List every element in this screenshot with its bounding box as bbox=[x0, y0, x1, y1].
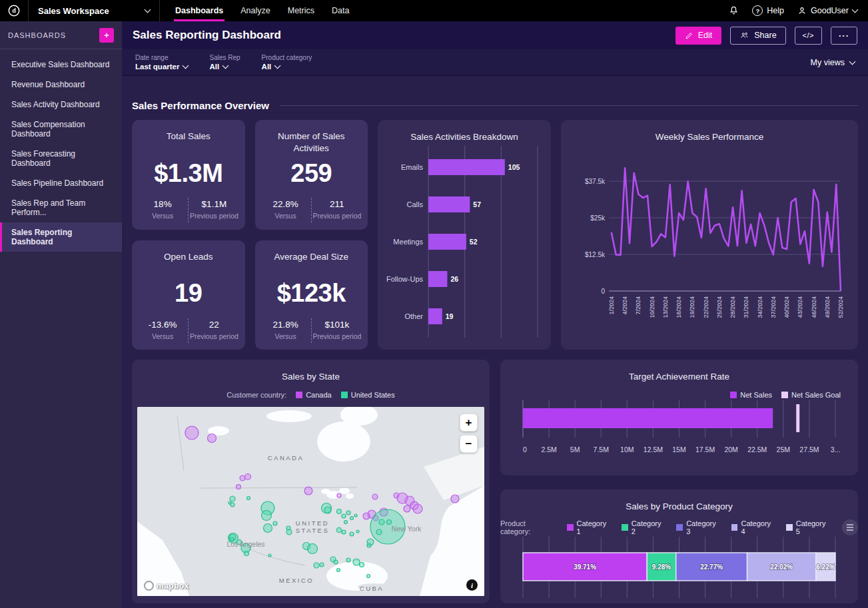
map-bubble-us[interactable] bbox=[273, 521, 277, 525]
top-nav-tab-analyze[interactable]: Analyze bbox=[232, 0, 278, 21]
sidebar-item[interactable]: Executive Sales Dashboard bbox=[0, 55, 122, 75]
map-bubble-ca[interactable] bbox=[337, 493, 341, 497]
map-bubble-us[interactable] bbox=[350, 517, 354, 520]
map-bubble-ca[interactable] bbox=[372, 494, 378, 499]
map-bubble-us[interactable] bbox=[337, 509, 342, 514]
map-bubble-ca[interactable] bbox=[404, 505, 410, 512]
map-bubble-us[interactable] bbox=[346, 558, 350, 562]
sidebar-item[interactable]: Sales Forecasting Dashboard bbox=[0, 144, 122, 173]
map-bubble-us[interactable] bbox=[264, 524, 272, 533]
workspace-selector[interactable]: Sales Workspace bbox=[29, 0, 160, 21]
map-bubble-us[interactable] bbox=[230, 496, 235, 501]
map-bubble-ca[interactable] bbox=[240, 475, 245, 481]
map-bubble-ca[interactable] bbox=[208, 434, 217, 443]
kpi-card[interactable]: Open Leads 19 -13.6% Versus 22 Previous … bbox=[132, 240, 245, 350]
bar[interactable] bbox=[428, 234, 466, 250]
notifications-button[interactable] bbox=[729, 5, 739, 16]
bar[interactable] bbox=[428, 196, 470, 212]
more-options-button[interactable]: ··· bbox=[831, 27, 857, 45]
bar[interactable] bbox=[428, 159, 505, 175]
my-views-selector[interactable]: My views bbox=[811, 58, 855, 67]
legend-item[interactable]: Category 4 bbox=[731, 519, 777, 535]
kpi-title: Open Leads bbox=[164, 251, 213, 274]
legend-item[interactable]: United States bbox=[341, 391, 395, 399]
help-menu[interactable]: ? Help bbox=[752, 5, 784, 16]
map-zoom-in-button[interactable]: + bbox=[460, 414, 478, 432]
map-bubble-us[interactable] bbox=[367, 575, 370, 578]
sidebar-item[interactable]: Sales Reporting Dashboard bbox=[0, 222, 122, 252]
sidebar-item[interactable]: Sales Pipeline Dashboard bbox=[0, 173, 122, 193]
map-bubble-us[interactable] bbox=[367, 543, 371, 547]
filter-date-range[interactable]: Date range Last quarter bbox=[135, 54, 188, 71]
user-menu[interactable]: GoodUser bbox=[797, 6, 857, 15]
map-bubble-us[interactable] bbox=[379, 519, 384, 525]
map-bubble-ca[interactable] bbox=[245, 474, 251, 480]
map-bubble-us[interactable] bbox=[346, 511, 350, 515]
map-bubble-us[interactable] bbox=[353, 559, 360, 565]
embed-code-button[interactable]: </> bbox=[795, 27, 822, 45]
sidebar-item[interactable]: Revenue Dashboard bbox=[0, 75, 122, 95]
map-bubble-us[interactable] bbox=[360, 563, 364, 567]
map-info-button[interactable]: i bbox=[466, 579, 478, 591]
map-bubble-us[interactable] bbox=[344, 521, 348, 524]
top-nav-tab-data[interactable]: Data bbox=[323, 0, 358, 21]
filter-product-category[interactable]: Product category All bbox=[262, 54, 312, 71]
legend-item[interactable]: Category 1 bbox=[567, 519, 612, 535]
legend-item[interactable]: Canada bbox=[296, 391, 332, 399]
legend-item[interactable]: Category 5 bbox=[786, 519, 831, 535]
map-bubble-us[interactable] bbox=[286, 526, 290, 530]
add-dashboard-button[interactable] bbox=[99, 28, 114, 43]
map-bubble-ca[interactable] bbox=[413, 504, 422, 513]
share-button[interactable]: Share bbox=[730, 27, 785, 45]
sidebar-item[interactable]: Sales Rep and Team Perform... bbox=[0, 193, 122, 222]
map-bubble-us[interactable] bbox=[334, 560, 338, 564]
map-bubble-us[interactable] bbox=[387, 520, 392, 525]
map-bubble-us[interactable] bbox=[336, 527, 341, 532]
map-bubble-us[interactable] bbox=[268, 554, 271, 557]
map-bubble-ca[interactable] bbox=[236, 485, 241, 489]
legend-item[interactable]: Net Sales bbox=[730, 391, 772, 399]
legend-item[interactable]: Category 2 bbox=[622, 519, 667, 535]
map-bubble-ca[interactable] bbox=[451, 495, 459, 503]
kpi-card[interactable]: Average Deal Size $123k 21.8% Versus $10… bbox=[255, 240, 368, 350]
bell-icon bbox=[729, 5, 739, 16]
sidebar-item[interactable]: Sales Compensation Dashboard bbox=[0, 115, 122, 144]
map-bubble-ca[interactable] bbox=[304, 487, 312, 495]
legend-menu-button[interactable] bbox=[842, 519, 858, 535]
map-bubble-us[interactable] bbox=[247, 497, 250, 500]
bar[interactable] bbox=[428, 271, 447, 287]
sales-line-series[interactable] bbox=[612, 168, 841, 290]
net-sales-bar[interactable] bbox=[523, 408, 773, 428]
edit-button[interactable]: Edit bbox=[675, 27, 722, 45]
kpi-card[interactable]: Number of Sales Activities 259 22.8% Ver… bbox=[255, 120, 368, 230]
map-bubble-us[interactable] bbox=[324, 507, 331, 513]
map-zoom-out-button[interactable]: − bbox=[460, 435, 478, 453]
map-bubble-us[interactable] bbox=[350, 532, 354, 536]
legend-item[interactable]: Net Sales Goal bbox=[781, 391, 841, 399]
map-bubble-us[interactable] bbox=[342, 530, 346, 534]
map-bubble-us[interactable] bbox=[262, 511, 272, 521]
filter-sales-rep[interactable]: Sales Rep All bbox=[209, 54, 240, 71]
bar[interactable] bbox=[428, 308, 442, 324]
kpi-card[interactable]: Total Sales $1.3M 18% Versus $1.1M Previ… bbox=[132, 120, 245, 230]
map-bubble-us[interactable] bbox=[354, 514, 357, 517]
map-bubble-us[interactable] bbox=[320, 563, 324, 567]
map-bubble-us[interactable] bbox=[314, 563, 319, 568]
top-nav-tab-metrics[interactable]: Metrics bbox=[279, 0, 323, 21]
map-bubble-ca[interactable] bbox=[363, 513, 370, 519]
map-canvas[interactable]: CANADAUNITEDSTATESMEXICOCUBANew YorkLos … bbox=[137, 407, 484, 596]
map-bubble-us[interactable] bbox=[244, 551, 249, 556]
net-sales-goal-marker[interactable] bbox=[796, 404, 799, 432]
map-bubble-us[interactable] bbox=[308, 544, 318, 554]
gooddata-logo[interactable]: d bbox=[0, 0, 29, 21]
top-nav-tab-dashboards[interactable]: Dashboards bbox=[167, 0, 232, 21]
map-bubble-ca[interactable] bbox=[185, 426, 199, 440]
mapbox-attribution[interactable]: mapbox bbox=[144, 581, 189, 591]
map-bubble-us[interactable] bbox=[376, 529, 382, 535]
map-bubble-us[interactable] bbox=[228, 501, 231, 504]
legend-item[interactable]: Category 3 bbox=[676, 519, 721, 535]
map-bubble-us[interactable] bbox=[356, 530, 359, 533]
sidebar-item[interactable]: Sales Activity Dashboard bbox=[0, 95, 122, 115]
map-bubble-us[interactable] bbox=[342, 514, 346, 518]
map-bubble-us[interactable] bbox=[337, 569, 340, 572]
